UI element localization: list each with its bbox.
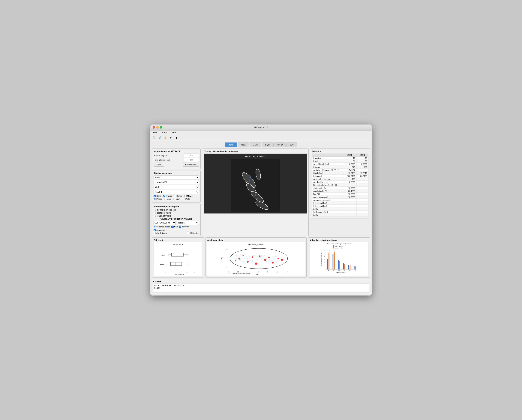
- svg-rect-121: [354, 266, 354, 269]
- dapi-radio[interactable]: [164, 198, 166, 200]
- all-tracks-radio[interactable]: [154, 209, 156, 211]
- undo-icon[interactable]: ↩: [169, 136, 173, 140]
- white-radio-item[interactable]: White: [182, 198, 190, 200]
- white-radio[interactable]: [182, 198, 184, 200]
- dapi-radio-item[interactable]: Dapi: [164, 198, 171, 200]
- svg-text:0: 0: [227, 257, 228, 259]
- stats-row-12: free [%]72.2000: [312, 193, 368, 196]
- cursor-icon[interactable]: ⬆: [174, 136, 179, 140]
- tab-gmm[interactable]: GMM: [250, 143, 261, 147]
- movie-select[interactable]: +MMC: [154, 175, 199, 179]
- svg-line-72: [264, 255, 271, 257]
- spots-radio[interactable]: [154, 212, 156, 214]
- all-movies-checkbox-item[interactable]: All Movies: [187, 232, 199, 234]
- stats-plus-3: 676: [343, 166, 356, 169]
- menu-help[interactable]: Help: [171, 131, 178, 134]
- pixel-size-row: Pixel Size [nm]: [154, 153, 199, 157]
- phase-radio-item[interactable]: Phase: [154, 198, 162, 200]
- svg-rect-117: [333, 254, 334, 269]
- svg-text:0.4: 0.4: [324, 262, 325, 263]
- minimize-button[interactable]: [156, 126, 159, 129]
- length-radio[interactable]: [154, 215, 156, 217]
- svg-text:RecN-YFPv 1 /+MMC: RecN-YFPv 1 /+MMC: [248, 243, 264, 246]
- stats-row-1: # cells5438: [312, 160, 368, 163]
- hand-tool-icon[interactable]: ✋: [163, 136, 168, 140]
- series-select[interactable]: 1 - series001: [154, 180, 199, 184]
- stats-metric-0: # movies: [312, 157, 343, 160]
- steps-select[interactable]: 8 step(s): [177, 221, 199, 225]
- all-tracks-option: all tracks on one cell: [154, 209, 199, 211]
- zoom-in-icon[interactable]: 🔎: [158, 136, 162, 140]
- tracks-checkbox[interactable]: [163, 195, 165, 197]
- close-button[interactable]: [153, 126, 155, 129]
- tab-sqd[interactable]: SQD: [262, 143, 273, 147]
- segments-checkbox[interactable]: [154, 229, 156, 231]
- all-movies-checkbox[interactable]: [187, 232, 189, 234]
- track-select[interactable]: Track 1: [154, 190, 199, 194]
- stats-row-19: c̄₂ [%]: [312, 214, 368, 217]
- svg-text:+: +: [188, 263, 189, 265]
- svg-rect-122: [329, 253, 330, 269]
- stats-row-7: dwell radius cut [nm]120: [312, 178, 368, 181]
- reset-button[interactable]: Reset: [154, 163, 164, 167]
- svg-text:+: +: [188, 254, 189, 256]
- col-minus-header: -MMC: [356, 154, 368, 157]
- stats-minus-18: [356, 211, 368, 214]
- stats-row-5: #tracks/cell12.518512.6316: [312, 172, 368, 175]
- svg-text:0: 0: [166, 272, 166, 273]
- maximize-button[interactable]: [160, 126, 162, 129]
- svg-line-77: [272, 259, 278, 260]
- segments-checkbox-item[interactable]: segments: [154, 229, 165, 231]
- svg-point-81: [264, 259, 266, 261]
- svg-rect-126: [350, 266, 351, 270]
- tab-sda[interactable]: SDA: [286, 143, 297, 147]
- menu-tools[interactable]: Tools: [161, 131, 168, 134]
- stats-minus-12: [356, 193, 368, 196]
- dwell-radio-item[interactable]: dwell times: [154, 232, 167, 234]
- cell-select[interactable]: Cell 1: [154, 185, 199, 189]
- custom-select[interactable]: CUSTOM : 120 nm: [154, 221, 176, 225]
- cells-checkbox[interactable]: [154, 195, 156, 197]
- stats-minus-14: [356, 199, 368, 202]
- stats-title: Statistics: [312, 150, 368, 153]
- svg-text:80: 80: [344, 270, 345, 271]
- svg-text:1.2: 1.2: [324, 250, 325, 251]
- free-checkbox-item[interactable]: free: [171, 226, 178, 228]
- phase-radio[interactable]: [154, 198, 156, 200]
- confined-checkbox-item[interactable]: confined: [179, 226, 190, 228]
- svg-rect-119: [343, 263, 344, 269]
- tab-import[interactable]: Import: [225, 143, 237, 147]
- stats-metric-6: #steps/cell: [312, 175, 343, 178]
- cells-checkbox-item[interactable]: Cells: [154, 195, 161, 197]
- titlebar: SMTracker 1.5: [150, 124, 372, 130]
- dwell-radio[interactable]: [154, 232, 156, 234]
- tracks-checkbox-item[interactable]: Tracks: [163, 195, 172, 197]
- sum-radio-item[interactable]: Sum: [173, 198, 180, 200]
- delete-checkbox[interactable]: [174, 195, 176, 197]
- select-folder-button[interactable]: Select folder: [183, 163, 199, 167]
- menu-file[interactable]: File: [152, 131, 158, 134]
- confined-tracks-radio-item[interactable]: confined tracks: [154, 226, 170, 228]
- confined-tracks-radio[interactable]: [154, 226, 156, 228]
- time-interval-input[interactable]: [184, 158, 199, 162]
- tab-appd[interactable]: APPD: [273, 143, 286, 147]
- stats-metric-16: τ̄ (2-comp.) [ms]: [312, 205, 343, 208]
- pixel-size-input[interactable]: [184, 153, 199, 157]
- svg-text:Number of transitions per leng: Number of transitions per length of trac…: [327, 243, 352, 245]
- tab-msd[interactable]: MSD: [238, 143, 249, 147]
- sum-radio[interactable]: [173, 198, 175, 200]
- confined-checkbox[interactable]: [179, 226, 181, 228]
- stats-plus-17: [343, 208, 356, 211]
- zoom-fit-icon[interactable]: 🔍: [152, 136, 156, 140]
- traffic-lights: [153, 126, 162, 129]
- stats-plus-7: 120: [343, 178, 356, 181]
- delete-checkbox-item[interactable]: Delete: [174, 195, 183, 197]
- free-checkbox[interactable]: [171, 226, 174, 228]
- overlay-section: Overlay cells and tracks on images RecN-…: [202, 148, 309, 236]
- svg-point-89: [281, 259, 283, 261]
- import-section: Import data from: U-TRACK Pixel Size [nm…: [152, 148, 201, 169]
- svg-rect-120: [348, 265, 349, 269]
- movie-checkbox-item[interactable]: Movie: [184, 195, 192, 197]
- svg-rect-124: [339, 261, 340, 269]
- movie-checkbox[interactable]: [184, 195, 187, 197]
